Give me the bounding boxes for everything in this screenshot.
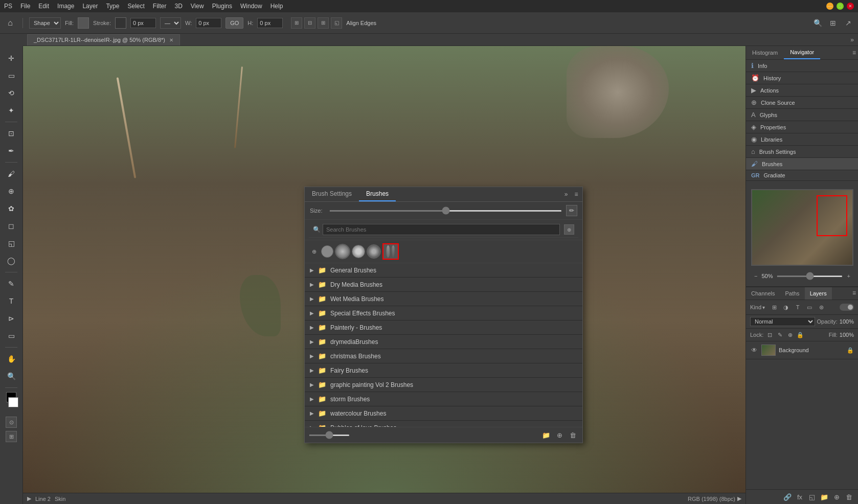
brush-delete-button[interactable]: 🗑	[567, 429, 578, 441]
home-icon[interactable]: ⌂	[4, 17, 16, 29]
brush-folder-button[interactable]: 📁	[540, 429, 552, 441]
layer-visibility-toggle[interactable]: 👁	[750, 346, 758, 354]
background-color[interactable]	[8, 397, 18, 407]
nav-view-box[interactable]	[817, 195, 847, 236]
eraser-tool[interactable]: ◻	[3, 218, 19, 234]
info-item-brushes[interactable]: 🖌 Brushes	[746, 158, 858, 170]
brush-panel-menu[interactable]: ≡	[572, 190, 580, 198]
document-tab[interactable]: _DSC3717LR-1LR--denoiseIR-.jpg @ 50% (RG…	[27, 34, 180, 45]
brush-add-button[interactable]: ⊕	[554, 429, 565, 441]
brush-panel-chevron[interactable]: »	[562, 190, 570, 198]
eyedropper-tool[interactable]: ✒	[3, 143, 19, 159]
layer-background[interactable]: 👁 Background 🔒	[746, 341, 858, 359]
menu-help[interactable]: Help	[270, 3, 283, 10]
stroke-width-input[interactable]	[130, 18, 156, 28]
right-panel-menu-icon[interactable]: ≡	[850, 47, 858, 58]
brush-group-watercolour[interactable]: ▶ 📁 watercolour Brushes	[305, 406, 582, 421]
stroke-swatch[interactable]	[115, 17, 126, 29]
brush-group-drymedia[interactable]: ▶ 📁 drymediaBrushes	[305, 335, 582, 349]
info-item-properties[interactable]: ◈ Properties	[746, 121, 858, 133]
layers-group-button[interactable]: 📁	[819, 492, 829, 502]
dodge-tool[interactable]: ◯	[3, 253, 19, 269]
layers-panel-menu[interactable]: ≡	[850, 287, 858, 300]
brush-group-effects[interactable]: ▶ 📁 Special Effects Brushes	[305, 306, 582, 320]
lock-pixels-icon[interactable]: ⊡	[765, 331, 774, 339]
brush-tool[interactable]: 🖌	[3, 166, 19, 182]
screen-mode-btn[interactable]: ⊞	[6, 431, 17, 442]
menu-edit[interactable]: Edit	[38, 3, 49, 10]
lock-artboard-icon[interactable]: ⊕	[786, 331, 794, 339]
blend-mode-select[interactable]: Normal	[750, 317, 815, 326]
layers-link-button[interactable]: 🔗	[782, 492, 793, 502]
width-input[interactable]	[196, 18, 221, 28]
menu-layer[interactable]: Layer	[82, 3, 98, 10]
filter-smart-icon[interactable]: ⊛	[816, 302, 826, 312]
brush-group-christmas[interactable]: ▶ 📁 christmas Brushes	[305, 349, 582, 363]
hand-tool[interactable]: ✋	[3, 351, 19, 367]
align-btn-1[interactable]: ⊞	[291, 17, 302, 29]
brush-group-bubbles[interactable]: ▶ 📁 Bubbles of love Brushes	[305, 421, 582, 427]
info-item-glyphs[interactable]: A Glyphs	[746, 109, 858, 121]
brush-edit-button[interactable]: ✏	[566, 205, 577, 216]
brush-group-fairy[interactable]: ▶ 📁 Fairy Brushes	[305, 363, 582, 378]
info-item-info[interactable]: ℹ Info	[746, 60, 858, 72]
navigator-thumbnail[interactable]	[751, 189, 853, 266]
canvas-area[interactable]: Brush Settings Brushes » ≡ Size: ✏ 🔍	[23, 46, 746, 504]
lasso-tool[interactable]: ⟲	[3, 85, 19, 101]
navigator-tab[interactable]: Navigator	[784, 46, 820, 59]
layers-delete-button[interactable]: 🗑	[844, 492, 854, 502]
layers-effect-button[interactable]: fx	[795, 492, 805, 502]
info-item-libraries[interactable]: ◉ Libraries	[746, 133, 858, 146]
info-item-history[interactable]: ⏰ History	[746, 72, 858, 84]
stamp-tool[interactable]: ⊕	[3, 183, 19, 199]
channels-tab[interactable]: Channels	[746, 287, 780, 300]
brush-preset-3[interactable]	[352, 245, 365, 258]
layers-tab[interactable]: Layers	[805, 287, 832, 300]
crop-tool[interactable]: ⊡	[3, 125, 19, 142]
brush-preset-2[interactable]	[335, 244, 350, 259]
panel-expand-icon[interactable]: »	[850, 36, 854, 43]
layers-new-button[interactable]: ⊕	[831, 492, 842, 502]
brush-preset-selected[interactable]	[382, 243, 399, 260]
filter-pixel-icon[interactable]: ⊞	[769, 302, 779, 312]
lock-position-icon[interactable]: ✎	[776, 331, 784, 339]
tab-close-button[interactable]: ✕	[169, 37, 173, 43]
close-button[interactable]: ✕	[847, 3, 854, 10]
brush-preset-4[interactable]	[367, 244, 381, 259]
zoom-slider[interactable]	[777, 276, 843, 277]
brush-preset-1[interactable]	[321, 245, 333, 258]
menu-plugins[interactable]: Plugins	[212, 3, 232, 10]
height-input[interactable]	[257, 18, 283, 28]
paths-tab[interactable]: Paths	[780, 287, 804, 300]
heal-tool[interactable]: ✿	[3, 200, 19, 217]
brush-settings-tab[interactable]: Brush Settings	[305, 187, 359, 201]
brush-group-painterly[interactable]: ▶ 📁 Painterly - Brushes	[305, 320, 582, 335]
filter-toggle[interactable]	[840, 304, 854, 311]
menu-select[interactable]: Select	[127, 3, 144, 10]
info-item-gradiate[interactable]: GR Gradiate	[746, 170, 858, 180]
share-icon[interactable]: ↗	[843, 17, 854, 29]
go-button[interactable]: GO	[225, 17, 243, 29]
status-arrow[interactable]: ▶	[737, 495, 741, 502]
align-btn-4[interactable]: ◱	[331, 17, 342, 29]
zoom-in-icon[interactable]: +	[847, 273, 850, 279]
align-btn-2[interactable]: ⊟	[304, 17, 315, 29]
pen-tool[interactable]: ✎	[3, 276, 19, 292]
info-item-actions[interactable]: ▶ Actions	[746, 84, 858, 97]
menu-file[interactable]: File	[20, 3, 30, 10]
quick-mask-mode[interactable]: ⊙	[6, 417, 17, 428]
presets-add-icon[interactable]: ⊕	[309, 246, 319, 257]
panel-toggle-icon[interactable]: ⊞	[827, 17, 839, 29]
brush-group-wet[interactable]: ▶ 📁 Wet Media Brushes	[305, 292, 582, 306]
kind-dropdown-arrow[interactable]: ▾	[762, 305, 765, 310]
layers-mask-button[interactable]: ◱	[807, 492, 817, 502]
menu-ps[interactable]: PS	[4, 3, 12, 10]
stroke-type-dropdown[interactable]: —	[160, 17, 181, 29]
brush-size-slider[interactable]	[329, 210, 562, 212]
align-btn-3[interactable]: ⊞	[318, 17, 329, 29]
brushes-tab[interactable]: Brushes	[359, 187, 396, 201]
filter-shape-icon[interactable]: ▭	[804, 302, 815, 312]
brush-group-graphic[interactable]: ▶ 📁 graphic painting Vol 2 Brushes	[305, 378, 582, 392]
shape-tool[interactable]: ▭	[3, 328, 19, 344]
brush-group-general[interactable]: ▶ 📁 General Brushes	[305, 263, 582, 278]
